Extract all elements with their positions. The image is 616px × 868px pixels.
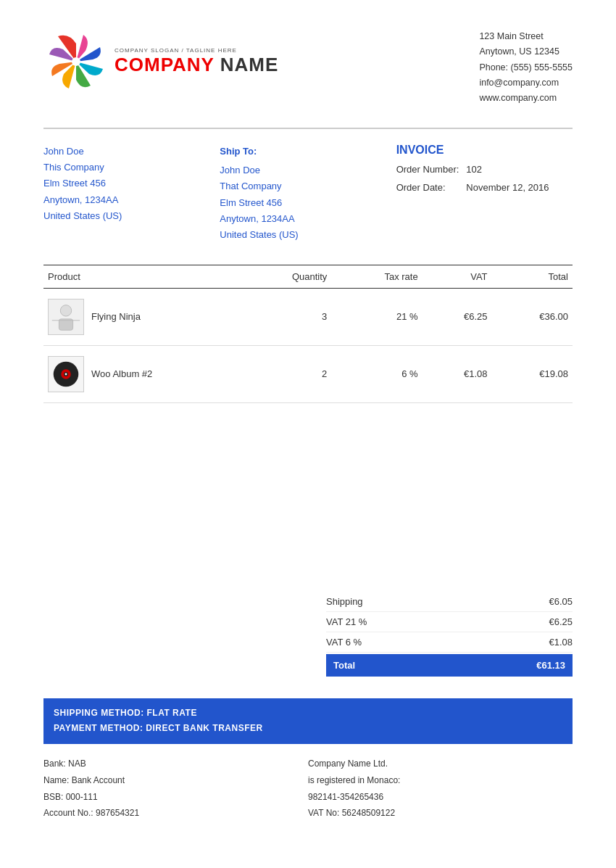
payment-method: PAYMENT METHOD: DIRECT BANK TRANSFER bbox=[54, 721, 562, 737]
product-image-album bbox=[48, 356, 84, 392]
col-product: Product bbox=[43, 265, 237, 288]
col-quantity: Quantity bbox=[237, 265, 331, 288]
bill-to-col: John Doe This Company Elm Street 456 Any… bbox=[43, 144, 220, 243]
spacer bbox=[43, 418, 573, 563]
ship-to-name: John Doe bbox=[220, 162, 396, 178]
product-quantity: 2 bbox=[237, 345, 331, 402]
ship-to-country: United States (US) bbox=[220, 227, 396, 243]
bank-info: Bank: NAB Name: Bank Account BSB: 000-11… bbox=[43, 756, 573, 822]
totals-final-row: Total€61.13 bbox=[326, 654, 573, 677]
table-row: Flying Ninja321 %€6.25€36.00 bbox=[43, 288, 573, 345]
bank-bsb: BSB: 000-111 bbox=[43, 789, 308, 806]
totals-label: VAT 6 % bbox=[326, 637, 362, 648]
bank-id: 982141-354265436 bbox=[308, 789, 573, 806]
company-name-dark: NAME bbox=[215, 54, 279, 75]
contact-address: 123 Main Street bbox=[479, 29, 573, 44]
order-date-label: Order Date: bbox=[396, 179, 459, 197]
contact-phone: Phone: (555) 555-5555 bbox=[479, 60, 573, 75]
contact-email: info@company.com bbox=[479, 75, 573, 91]
ship-to-company: That Company bbox=[220, 178, 396, 194]
totals-row: VAT 6 %€1.08 bbox=[326, 632, 573, 653]
svg-point-9 bbox=[65, 373, 67, 375]
totals-section: Shipping€6.05VAT 21 %€6.25VAT 6 %€1.08To… bbox=[43, 592, 573, 677]
product-tax-rate: 6 % bbox=[331, 345, 422, 402]
bank-vat: VAT No: 56248509122 bbox=[308, 805, 573, 822]
col-tax-rate: Tax rate bbox=[331, 265, 422, 288]
bank-account-name: Name: Bank Account bbox=[43, 772, 308, 789]
product-image-ninja bbox=[48, 299, 84, 335]
invoice-labels: Order Number: Order Date: bbox=[396, 161, 459, 197]
totals-table: Shipping€6.05VAT 21 %€6.25VAT 6 %€1.08To… bbox=[326, 592, 573, 677]
invoice-meta: Order Number: Order Date: 102 November 1… bbox=[396, 161, 573, 197]
company-slogan: COMPANY SLOGAN / TAGLINE HERE bbox=[115, 47, 278, 54]
contact-city: Anytown, US 12345 bbox=[479, 44, 573, 59]
col-vat: VAT bbox=[423, 265, 492, 288]
bank-col-right: Company Name Ltd. is registered in Monac… bbox=[308, 756, 573, 822]
bank-account-no: Account No.: 987654321 bbox=[43, 805, 308, 822]
shipping-method: SHIPPING METHOD: FLAT RATE bbox=[54, 706, 562, 722]
col-total: Total bbox=[492, 265, 573, 288]
product-rows: Flying Ninja321 %€6.25€36.00 Woo Album #… bbox=[43, 288, 573, 402]
bill-to-country: United States (US) bbox=[43, 208, 220, 224]
totals-row: Shipping€6.05 bbox=[326, 592, 573, 612]
invoice-title: INVOICE bbox=[396, 144, 573, 157]
bill-to-company: This Company bbox=[43, 160, 220, 175]
svg-point-0 bbox=[72, 57, 80, 66]
table-row: Woo Album #226 %€1.08€19.08 bbox=[43, 345, 573, 402]
order-number-label: Order Number: bbox=[396, 161, 459, 179]
contact-website: www.company.com bbox=[479, 91, 573, 106]
invoice-col: INVOICE Order Number: Order Date: 102 No… bbox=[396, 144, 573, 243]
svg-point-2 bbox=[60, 305, 71, 315]
totals-value: €6.05 bbox=[549, 596, 573, 607]
product-quantity: 3 bbox=[237, 288, 331, 345]
ship-to-city: Anytown, 1234AA bbox=[220, 211, 396, 227]
product-name: Woo Album #2 bbox=[87, 345, 237, 402]
logo-area: COMPANY SLOGAN / TAGLINE HERE COMPANY NA… bbox=[43, 29, 278, 94]
product-total: €36.00 bbox=[492, 288, 573, 345]
order-date-value: November 12, 2016 bbox=[466, 179, 549, 197]
ship-to-col: Ship To: John Doe That Company Elm Stree… bbox=[220, 144, 396, 243]
company-name-red: COMPANY bbox=[115, 54, 215, 75]
bank-col-left: Bank: NAB Name: Bank Account BSB: 000-11… bbox=[43, 756, 308, 822]
order-number-value: 102 bbox=[466, 161, 549, 179]
header-divider bbox=[43, 128, 573, 129]
bill-to-street: Elm Street 456 bbox=[43, 175, 220, 191]
footer-banner: SHIPPING METHOD: FLAT RATE PAYMENT METHO… bbox=[43, 698, 573, 744]
company-name: COMPANY NAME bbox=[115, 54, 278, 76]
company-logo bbox=[43, 29, 109, 94]
product-vat: €6.25 bbox=[423, 288, 492, 345]
totals-value: €1.08 bbox=[549, 637, 573, 648]
total-label: Total bbox=[333, 660, 355, 671]
address-section: John Doe This Company Elm Street 456 Any… bbox=[43, 144, 573, 243]
table-header: Product Quantity Tax rate VAT Total bbox=[43, 265, 573, 288]
total-value: €61.13 bbox=[536, 660, 565, 671]
product-table: Product Quantity Tax rate VAT Total Flyi… bbox=[43, 265, 573, 403]
product-vat: €1.08 bbox=[423, 345, 492, 402]
invoice-values: 102 November 12, 2016 bbox=[466, 161, 549, 197]
invoice-header: COMPANY SLOGAN / TAGLINE HERE COMPANY NA… bbox=[43, 29, 573, 106]
totals-label: Shipping bbox=[326, 596, 363, 607]
ship-to-street: Elm Street 456 bbox=[220, 195, 396, 211]
product-total: €19.08 bbox=[492, 345, 573, 402]
bank-company: Company Name Ltd. bbox=[308, 756, 573, 772]
bill-to-name: John Doe bbox=[43, 144, 220, 160]
bank-registered: is registered in Monaco: bbox=[308, 772, 573, 789]
totals-value: €6.25 bbox=[549, 616, 573, 627]
ship-to-label: Ship To: bbox=[220, 144, 396, 160]
product-name: Flying Ninja bbox=[87, 288, 237, 345]
product-tax-rate: 21 % bbox=[331, 288, 422, 345]
totals-label: VAT 21 % bbox=[326, 616, 367, 627]
header-contact: 123 Main Street Anytown, US 12345 Phone:… bbox=[479, 29, 573, 106]
company-name-block: COMPANY SLOGAN / TAGLINE HERE COMPANY NA… bbox=[115, 47, 278, 76]
totals-row: VAT 21 %€6.25 bbox=[326, 612, 573, 632]
bill-to-city: Anytown, 1234AA bbox=[43, 192, 220, 208]
bank-name: Bank: NAB bbox=[43, 756, 308, 772]
